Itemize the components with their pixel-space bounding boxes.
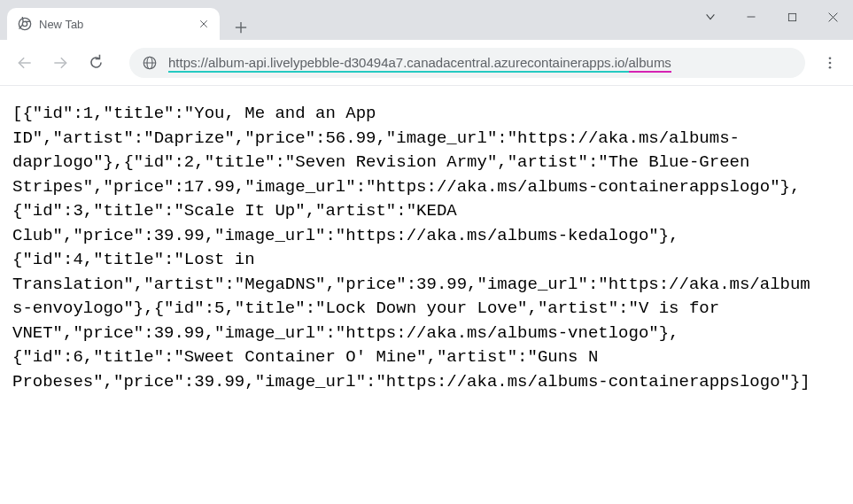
address-bar[interactable]: https://album-api.livelypebble-d30494a7.… [129,48,805,78]
window-minimize-button[interactable] [731,0,772,34]
svg-rect-10 [788,13,795,20]
browser-menu-button[interactable] [814,47,846,79]
page-viewport[interactable]: [{"id":1,"title":"You, Me and an App ID"… [0,86,853,504]
browser-toolbar: https://album-api.livelypebble-d30494a7.… [0,40,853,86]
window-caret-button[interactable] [690,0,731,34]
tab-close-button[interactable] [197,17,211,31]
forward-button[interactable] [44,47,76,79]
url-path-segment: albums [629,55,671,73]
window-maximize-button[interactable] [772,0,812,34]
window-close-button[interactable] [812,0,853,34]
url-text: https://album-api.livelypebble-d30494a7.… [168,55,671,70]
window-titlebar: New Tab [0,0,853,40]
back-button[interactable] [9,47,41,79]
svg-point-19 [829,61,832,64]
svg-point-1 [22,21,27,26]
svg-point-18 [829,57,832,59]
response-body: [{"id":1,"title":"You, Me and an App ID"… [0,86,826,411]
url-host-segment: https://album-api.livelypebble-d30494a7.… [168,55,629,73]
window-controls [690,0,853,34]
svg-point-0 [19,18,30,29]
new-tab-button[interactable] [229,15,253,40]
svg-point-20 [829,66,832,68]
site-info-icon[interactable] [142,55,158,71]
tab-title: New Tab [39,18,197,31]
browser-tab[interactable]: New Tab [7,8,220,40]
chrome-icon [18,17,32,31]
reload-button[interactable] [80,47,112,79]
tab-strip: New Tab [0,0,690,40]
